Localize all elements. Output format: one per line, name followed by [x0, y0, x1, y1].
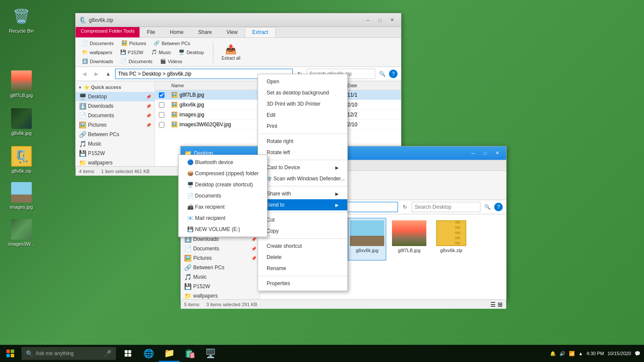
- nav-item-documents[interactable]: 📄Documents 📌: [76, 111, 155, 120]
- quick-access-header[interactable]: ▼ ⭐ Quick access: [76, 83, 155, 92]
- nav-item-between-pcs[interactable]: 🔗Between PCs: [76, 130, 155, 139]
- ctx-cast-to-device[interactable]: Cast to Device ▶: [258, 162, 347, 173]
- ctx-set-desktop-bg[interactable]: Set as desktop background: [258, 87, 347, 98]
- sendto-fax[interactable]: 📠 Fax recipient: [179, 201, 267, 213]
- ribbon-btn-pictures[interactable]: 🖼️Pictures: [118, 40, 149, 47]
- de-nav-wallpapers[interactable]: 📁wallpapers: [181, 291, 260, 299]
- sendto-documents[interactable]: 📄 Documents: [179, 190, 267, 201]
- task-view-button[interactable]: [118, 345, 138, 362]
- up-button[interactable]: ▲: [103, 69, 113, 79]
- de-nav-pictures[interactable]: 🖼️Pictures 📌: [181, 253, 260, 263]
- ribbon-btn-music[interactable]: 🎵Music: [148, 49, 174, 56]
- row-checkbox-2[interactable]: [155, 102, 168, 108]
- ribbon-tab-extract[interactable]: Extract: [245, 27, 275, 37]
- desktop-icon-g8f7lb[interactable]: g8f7LB.jpg: [4, 69, 39, 100]
- list-view-button[interactable]: ☰: [490, 301, 496, 308]
- ctx-open[interactable]: Open: [258, 76, 347, 87]
- thumb-item-g8xv6k-zip[interactable]: g8xv6k.zip: [432, 218, 471, 261]
- sendto-bluetooth[interactable]: 🔵 Bluetooth device: [179, 157, 267, 168]
- de-search-input[interactable]: [412, 202, 480, 212]
- desktop-icon-g8v6k[interactable]: g8v6k.jpg: [4, 106, 39, 137]
- de-help-button[interactable]: ?: [494, 203, 503, 211]
- ribbon-tab-home[interactable]: Home: [162, 27, 191, 37]
- col-header-name[interactable]: Name: [168, 82, 271, 89]
- volume-icon[interactable]: 🔊: [559, 351, 565, 356]
- start-button[interactable]: [0, 345, 21, 362]
- row-checkbox[interactable]: [155, 92, 168, 98]
- terminal-button[interactable]: 🖥️: [200, 345, 221, 362]
- maximize-button[interactable]: □: [374, 16, 386, 24]
- file-checkbox-input-2[interactable]: [159, 102, 164, 108]
- file-explorer-taskbar-button[interactable]: 📁: [159, 345, 179, 362]
- file-checkbox-input-4[interactable]: [159, 122, 164, 128]
- row-checkbox-3[interactable]: [155, 112, 168, 118]
- network-icon[interactable]: 📶: [569, 351, 575, 356]
- de-maximize-button[interactable]: □: [480, 149, 491, 158]
- desktop-icon-g8v6k-zip[interactable]: 🗜️ g8v6k.zip: [4, 144, 39, 175]
- col-header-date[interactable]: Date: [344, 82, 401, 89]
- thumb-item-g8f7lb[interactable]: g8f7LB.jpg: [390, 218, 428, 261]
- close-button[interactable]: ✕: [386, 16, 398, 24]
- de-minimize-button[interactable]: ─: [468, 149, 479, 158]
- taskbar-search-input[interactable]: [36, 350, 103, 356]
- ribbon-tab-file[interactable]: File: [140, 27, 162, 37]
- ribbon-btn-videos[interactable]: 🎬Videos: [157, 58, 185, 65]
- desktop-icon-images3w[interactable]: images3W...: [4, 217, 39, 248]
- desktop-icon-images[interactable]: images.jpg: [4, 180, 39, 211]
- grid-view-button[interactable]: ⊞: [498, 301, 503, 308]
- taskbar-search-box[interactable]: 🔍 🎤: [21, 347, 116, 360]
- store-button[interactable]: 🛍️: [179, 345, 200, 362]
- ribbon-tab-view[interactable]: View: [219, 27, 245, 37]
- ctx-rename[interactable]: Rename: [258, 263, 347, 274]
- search-button[interactable]: 🔍: [377, 69, 387, 79]
- ctx-cut[interactable]: Cut: [258, 214, 347, 225]
- ctx-print[interactable]: Print: [258, 121, 347, 132]
- minimize-button[interactable]: ─: [362, 16, 374, 24]
- nav-item-music[interactable]: 🎵Music: [76, 139, 155, 149]
- nav-item-wallpapers[interactable]: 📁wallpapers: [76, 158, 155, 166]
- ribbon-tab-compressed-tools[interactable]: Compressed Folder Tools: [76, 27, 140, 37]
- ribbon-btn-desktop[interactable]: 🖥️Desktop: [176, 49, 207, 56]
- ctx-send-to[interactable]: Send to ▶: [258, 199, 347, 210]
- ctx-copy[interactable]: Copy: [258, 225, 347, 237]
- ribbon-btn-documents[interactable]: 📄Documents: [79, 40, 117, 47]
- sendto-mail[interactable]: 📧 Mail recipient: [179, 213, 267, 224]
- row-checkbox-4[interactable]: [155, 122, 168, 128]
- ribbon-btn-downloads[interactable]: ⬇️Downloads: [79, 58, 116, 65]
- sendto-compressed[interactable]: 📦 Compressed (zipped) folder: [179, 168, 267, 179]
- nav-item-desktop[interactable]: 🖥️Desktop 📌: [76, 92, 155, 101]
- ribbon-tab-share[interactable]: Share: [191, 27, 219, 37]
- file-checkbox-input-3[interactable]: [159, 112, 164, 118]
- sendto-desktop-shortcut[interactable]: 🖥️ Desktop (create shortcut): [179, 179, 267, 190]
- ctx-properties[interactable]: Properties: [258, 278, 347, 289]
- de-nav-p152w[interactable]: 💾P152W: [181, 282, 260, 291]
- de-nav-between-pcs[interactable]: 🔗Between PCs: [181, 263, 260, 272]
- ctx-delete[interactable]: Delete: [258, 252, 347, 263]
- ribbon-btn-p152w[interactable]: 💾P152W: [117, 49, 146, 56]
- back-button[interactable]: ◀: [79, 69, 89, 79]
- ctx-rotate-right[interactable]: Rotate right: [258, 136, 347, 147]
- help-button[interactable]: ?: [389, 70, 398, 78]
- forward-button[interactable]: ▶: [91, 69, 101, 79]
- nav-item-pictures[interactable]: 🖼️Pictures 📌: [76, 120, 155, 130]
- de-search-button[interactable]: 🔍: [482, 202, 492, 212]
- sendto-new-volume[interactable]: 💾 NEW VOLUME (E:): [179, 224, 267, 235]
- nav-item-p152w[interactable]: 💾P152W: [76, 149, 155, 158]
- de-refresh-button[interactable]: ↻: [400, 202, 410, 212]
- edge-button[interactable]: 🌐: [138, 345, 159, 362]
- ctx-share-with[interactable]: Share with ▶: [258, 188, 347, 199]
- file-checkbox-input[interactable]: [159, 92, 164, 98]
- ctx-3d-print[interactable]: 3D Print with 3D Printer: [258, 98, 347, 110]
- desktop-icon-recycle-bin[interactable]: 🗑️ Recycle Bin: [4, 4, 39, 35]
- action-center-icon[interactable]: 💬: [635, 351, 641, 356]
- ribbon-btn-documents2[interactable]: 📄Documents: [118, 58, 155, 65]
- notification-icon[interactable]: 🔔: [550, 351, 556, 356]
- ctx-edit[interactable]: Edit: [258, 110, 347, 121]
- de-close-button[interactable]: ✕: [492, 149, 503, 158]
- ribbon-btn-between-pcs[interactable]: 🔗Between PCs: [151, 40, 193, 47]
- de-nav-documents[interactable]: 📄Documents 📌: [181, 244, 260, 253]
- ctx-rotate-left[interactable]: Rotate left: [258, 147, 347, 158]
- ctx-create-shortcut[interactable]: Create shortcut: [258, 240, 347, 252]
- system-tray-expand[interactable]: ▲: [578, 351, 583, 356]
- thumb-item-g8xv6k[interactable]: g8xv6k.jpg: [348, 218, 386, 261]
